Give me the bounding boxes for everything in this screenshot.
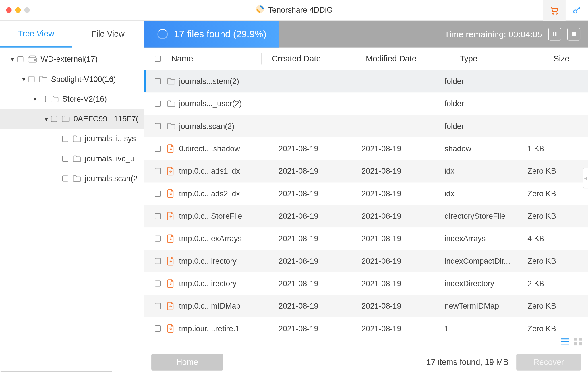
stop-scan-button[interactable] [567, 28, 580, 40]
row-checkbox[interactable] [155, 326, 161, 332]
file-icon [167, 257, 175, 266]
tree-item[interactable]: journals.scan(2 [0, 168, 144, 188]
folder-icon [61, 115, 70, 123]
table-row[interactable]: 0.direct....shadow2021-08-192021-08-19sh… [144, 137, 588, 160]
column-created[interactable]: Created Date [272, 54, 355, 63]
zoom-window-button[interactable] [24, 7, 30, 13]
svg-point-2 [574, 10, 577, 13]
table-row[interactable]: tmp.0.c...StoreFile2021-08-192021-08-19d… [144, 205, 588, 227]
row-checkbox[interactable] [155, 236, 161, 242]
column-modified[interactable]: Modified Date [366, 54, 449, 63]
row-checkbox[interactable] [155, 213, 161, 219]
file-icon [167, 234, 175, 243]
cell-created: 2021-08-19 [278, 234, 361, 243]
svg-rect-10 [561, 344, 569, 344]
tree-item[interactable]: ▼Store-V2(16) [0, 89, 144, 109]
select-all-checkbox[interactable] [155, 56, 161, 62]
column-size[interactable]: Size [554, 54, 588, 63]
chevron-down-icon[interactable]: ▼ [21, 76, 27, 82]
file-icon [167, 279, 175, 288]
table-row[interactable]: tmp.0.c...mIDMap2021-08-192021-08-19newT… [144, 295, 588, 317]
row-checkbox[interactable] [155, 303, 161, 309]
chevron-down-icon[interactable]: ▼ [43, 116, 49, 122]
folder-icon [39, 75, 48, 83]
tree-checkbox[interactable] [62, 156, 68, 162]
column-type[interactable]: Type [460, 54, 543, 63]
license-key-button[interactable] [566, 0, 588, 21]
preview-toggle[interactable]: ◀ [583, 168, 588, 188]
tab-tree-view[interactable]: Tree View [0, 21, 72, 47]
scan-progress-text: 17 files found (29.9%) [174, 28, 266, 40]
table-row[interactable]: tmp.0.c...exArrays2021-08-192021-08-19in… [144, 227, 588, 250]
table-header: Name Created Date Modified Date Type Siz… [144, 48, 588, 70]
folder-icon [167, 78, 175, 85]
cell-name: tmp.0.c...irectory [179, 257, 278, 266]
tree-checkbox[interactable] [62, 175, 68, 181]
list-view-icon[interactable] [561, 338, 569, 347]
cell-modified: 2021-08-19 [361, 167, 444, 176]
cell-modified: 2021-08-19 [361, 257, 444, 266]
cell-created: 2021-08-19 [278, 144, 361, 153]
grid-view-icon[interactable] [574, 338, 582, 347]
cell-created: 2021-08-19 [278, 189, 361, 198]
scan-status-bar: 17 files found (29.9%) Time remaining: 0… [144, 21, 588, 47]
cell-created: 2021-08-19 [278, 212, 361, 221]
svg-rect-11 [574, 338, 577, 341]
recover-button[interactable]: Recover [516, 354, 581, 370]
tree-item-label: journals.scan(2 [85, 174, 138, 183]
table-row[interactable]: tmp.iour....retire.12021-08-192021-08-19… [144, 317, 588, 340]
tree-item[interactable]: journals.li...sys [0, 129, 144, 149]
row-checkbox[interactable] [155, 78, 161, 84]
svg-rect-6 [555, 32, 557, 36]
column-name[interactable]: Name [171, 54, 261, 63]
chevron-down-icon[interactable]: ▼ [9, 56, 16, 63]
cell-type: idx [444, 167, 527, 176]
tree-item[interactable]: ▼0AEFC99...115F7( [0, 109, 144, 129]
tree-checkbox[interactable] [40, 96, 46, 102]
cell-modified: 2021-08-19 [361, 279, 444, 288]
footer-status-text: 17 items found, 19 MB [426, 357, 508, 367]
cart-button[interactable] [543, 0, 566, 21]
row-checkbox[interactable] [155, 258, 161, 264]
tree-checkbox[interactable] [62, 136, 68, 142]
table-row[interactable]: tmp.0.c...ads2.idx2021-08-192021-08-19id… [144, 183, 588, 205]
app-title: Tenorshare 4DDiG [268, 6, 332, 15]
row-checkbox[interactable] [155, 101, 161, 107]
tree-checkbox[interactable] [51, 116, 57, 122]
row-checkbox[interactable] [155, 168, 161, 174]
tree-item[interactable]: ▼Spotlight-V100(16) [0, 69, 144, 89]
minimize-window-button[interactable] [15, 7, 21, 13]
table-row[interactable]: tmp.0.c...ads1.idx2021-08-192021-08-19id… [144, 160, 588, 182]
table-row[interactable]: journals...stem(2)folder [144, 70, 588, 92]
tree-item[interactable]: ▼WD-external(17) [0, 49, 144, 69]
cell-created: 2021-08-19 [278, 167, 361, 176]
tab-file-view[interactable]: File View [72, 21, 144, 47]
chevron-down-icon[interactable]: ▼ [32, 96, 38, 102]
home-button[interactable]: Home [151, 354, 223, 370]
svg-point-4 [34, 59, 35, 60]
table-row[interactable]: journals.scan(2)folder [144, 115, 588, 137]
row-checkbox[interactable] [155, 191, 161, 197]
tree-checkbox[interactable] [28, 76, 34, 82]
folder-icon [167, 122, 175, 130]
cell-name: tmp.0.c...mIDMap [179, 301, 278, 311]
cell-modified: 2021-08-19 [361, 301, 444, 311]
svg-point-1 [556, 13, 557, 14]
table-row[interactable]: journals..._user(2)folder [144, 92, 588, 115]
cell-type: folder [444, 99, 527, 108]
row-checkbox[interactable] [155, 123, 161, 129]
tab-label: File View [91, 29, 125, 39]
close-window-button[interactable] [6, 7, 12, 13]
file-icon [167, 144, 175, 153]
tree-item-label: WD-external(17) [41, 55, 98, 64]
cell-size: Zero KB [527, 189, 588, 198]
row-checkbox[interactable] [155, 146, 161, 152]
table-row[interactable]: tmp.0.c...irectory2021-08-192021-08-19in… [144, 250, 588, 272]
cell-type: indexArrays [444, 234, 527, 243]
tree-checkbox[interactable] [17, 56, 23, 62]
row-checkbox[interactable] [155, 280, 161, 286]
pause-scan-button[interactable] [548, 28, 561, 40]
folder-icon [73, 155, 81, 162]
tree-item[interactable]: journals.live_u [0, 149, 144, 168]
table-row[interactable]: tmp.0.c...irectory2021-08-192021-08-19in… [144, 272, 588, 295]
